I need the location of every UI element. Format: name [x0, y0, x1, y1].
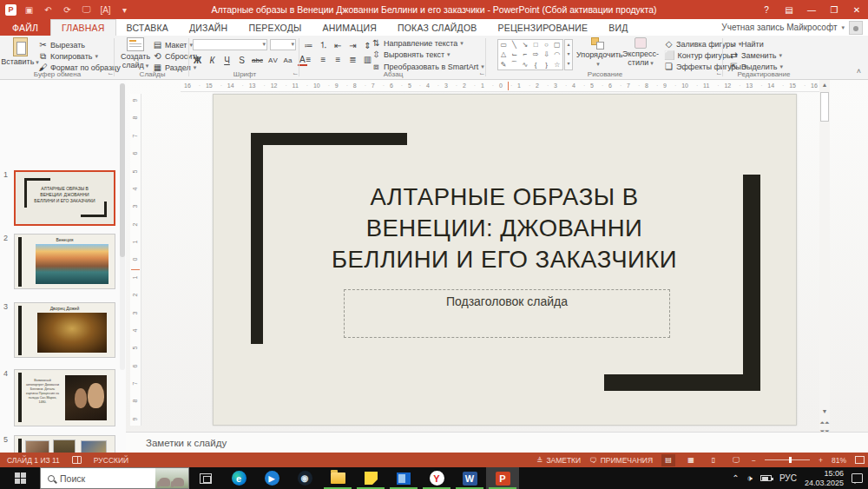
vertical-scrollbar[interactable]: ▲ ▼ ⏶⏶ ⏷⏷ [819, 80, 830, 432]
text-shadow-button[interactable]: S [237, 56, 247, 65]
ribbon-tab-дизайн[interactable]: ДИЗАЙН [179, 19, 238, 36]
task-view-button[interactable] [189, 467, 222, 489]
shapes-gallery[interactable]: ▭╲↘□○▢△⌙⌐⇨⇩◠✎⌒∿{}☆ [497, 39, 563, 70]
sticky-notes-taskbar-button[interactable] [354, 467, 387, 489]
shape-glyph[interactable]: ↘ [520, 40, 530, 50]
replace-button[interactable]: ⇄Заменить▾ [729, 50, 782, 60]
zoom-slider-thumb[interactable] [789, 457, 792, 463]
reading-view-button[interactable]: ▯ [707, 454, 720, 466]
horizontal-ruler[interactable]: 1615141312111098765432101234567891011121… [181, 80, 829, 92]
shape-glyph[interactable]: □ [530, 40, 541, 50]
ribbon-tab-file[interactable]: ФАЙЛ [0, 19, 50, 36]
normal-view-button[interactable]: ▤ [661, 454, 675, 466]
slide-canvas[interactable]: АЛТАРНЫЕ ОБРАЗЫ В ВЕНЕЦИИ: ДЖОВАННИ БЕЛЛ… [213, 94, 797, 426]
ribbon-tab-вставка[interactable]: ВСТАВКА [116, 19, 179, 36]
italic-button[interactable]: К [207, 56, 217, 65]
scrollbar-thumb[interactable] [820, 92, 829, 122]
font-size-combo[interactable]: ▾ [270, 39, 296, 50]
shape-glyph[interactable]: ⌐ [520, 50, 530, 59]
subtitle-placeholder[interactable]: Подзаголовок слайда [344, 289, 670, 338]
thumbnails-scrollbar[interactable] [120, 83, 125, 370]
search-highlight-image[interactable] [155, 468, 188, 488]
language-indicator[interactable]: РУССКИЙ [94, 456, 128, 465]
bold-button[interactable]: Ж [193, 56, 202, 65]
shape-glyph[interactable]: ☆ [552, 60, 562, 69]
shape-glyph[interactable]: ∿ [520, 60, 530, 69]
powerpoint-app-icon[interactable]: P [5, 4, 16, 16]
drawing-dialog-launcher[interactable]: ⌙ [716, 70, 721, 77]
media-app-taskbar-button[interactable]: ▶ [255, 467, 288, 489]
ribbon-tab-показ-слайдов[interactable]: ПОКАЗ СЛАЙДОВ [387, 19, 488, 36]
layout-button[interactable]: ▤Макет▾ [153, 40, 193, 50]
find-button[interactable]: ⌕Найти [729, 39, 764, 50]
align-center-icon[interactable]: ≡ [319, 55, 328, 64]
align-text-button[interactable]: ⇳Выровнять текст▾ [372, 50, 450, 59]
steam-taskbar-button[interactable]: ◉ [288, 467, 321, 489]
clipboard-dialog-launcher[interactable]: ⌙ [108, 70, 113, 77]
clock[interactable]: 15:06 24.03.2025 [805, 469, 844, 488]
collapse-ribbon-button[interactable]: ˄ [857, 67, 861, 76]
decrease-indent-icon[interactable]: ⇤ [333, 41, 343, 50]
shape-glyph[interactable]: ⇨ [530, 50, 541, 59]
notes-toggle-button[interactable]: ≜ЗАМЕТКИ [536, 456, 581, 465]
font-dialog-launcher[interactable]: ⌙ [293, 70, 298, 77]
file-explorer-taskbar-button[interactable] [321, 467, 354, 489]
redo-icon[interactable]: ⟳ [61, 3, 74, 17]
shapes-gallery-scrollbar[interactable]: ▴▾▾ [564, 39, 573, 70]
photos-taskbar-button[interactable] [387, 467, 420, 489]
copy-button[interactable]: ⧉Копировать▾ [38, 51, 98, 62]
vertical-ruler[interactable]: 9876543210123456789 [130, 94, 141, 426]
change-case-button[interactable]: Аа [283, 56, 293, 64]
font-name-combo[interactable]: ▾ [193, 39, 267, 50]
notes-pane[interactable]: Заметки к слайду [126, 432, 868, 453]
shape-glyph[interactable]: ▭ [498, 40, 509, 50]
ribbon-display-options-button[interactable]: ▤ [778, 0, 800, 19]
shape-glyph[interactable]: ⌒ [509, 60, 519, 69]
word-taskbar-button[interactable]: W [453, 467, 486, 489]
slide-sorter-view-button[interactable]: ▦ [684, 454, 698, 466]
shape-glyph[interactable]: ○ [541, 40, 551, 50]
volume-icon[interactable]: 🕩 [747, 473, 753, 484]
zoom-in-button[interactable]: + [819, 456, 823, 465]
scroll-down-icon[interactable]: ▼ [819, 406, 830, 417]
zoom-slider[interactable] [765, 459, 810, 460]
comments-toggle-button[interactable]: 🗨ПРИМЕЧАНИЯ [589, 456, 653, 465]
quick-styles-button[interactable]: Экспресс-стили ▾ [620, 37, 661, 68]
shape-glyph[interactable]: ⇩ [541, 50, 551, 59]
arrange-button[interactable]: Упорядочить ▾ [576, 37, 620, 69]
justify-icon[interactable]: ≣ [348, 55, 358, 64]
battery-icon[interactable] [760, 475, 772, 481]
bullets-icon[interactable]: ≔ [304, 41, 313, 50]
customize-qat-icon[interactable]: ▾ [118, 3, 131, 17]
slide-title[interactable]: АЛТАРНЫЕ ОБРАЗЫ В ВЕНЕЦИИ: ДЖОВАННИ БЕЛЛ… [292, 182, 717, 275]
paste-button[interactable]: Вставить ▾ [0, 37, 40, 67]
increase-indent-icon[interactable]: ⇥ [348, 41, 358, 50]
restore-button[interactable]: ❐ [823, 0, 845, 19]
align-right-icon[interactable]: ≡ [333, 55, 343, 64]
align-left-icon[interactable]: ≡ [304, 55, 313, 64]
touch-mode-icon[interactable]: [A] [99, 3, 112, 17]
shape-glyph[interactable]: } [541, 60, 551, 69]
account-area[interactable]: Учетная запись Майкрософт ▾ [721, 19, 863, 36]
shape-glyph[interactable]: △ [498, 50, 509, 59]
underline-button[interactable]: Ч [222, 56, 232, 65]
shape-glyph[interactable]: ▢ [552, 40, 562, 50]
fit-slide-to-window-button[interactable] [855, 456, 865, 464]
start-button[interactable] [0, 467, 40, 489]
ribbon-tab-рецензирование[interactable]: РЕЦЕНЗИРОВАНИЕ [488, 19, 599, 36]
shape-glyph[interactable]: ╲ [509, 40, 519, 50]
zoom-out-button[interactable]: − [752, 456, 756, 465]
undo-icon[interactable]: ↶ [42, 3, 55, 17]
cut-button[interactable]: ✂Вырезать [38, 40, 85, 50]
start-slideshow-icon[interactable]: 🖵 [80, 3, 93, 17]
text-direction-button[interactable]: ⇅Направление текста▾ [372, 38, 464, 48]
ribbon-tab-вид[interactable]: ВИД [598, 19, 638, 36]
minimize-button[interactable]: — [800, 0, 823, 19]
shape-glyph[interactable]: ✎ [498, 60, 509, 69]
spellcheck-icon[interactable] [72, 456, 82, 464]
scroll-up-icon[interactable]: ▲ [819, 80, 830, 90]
powerpoint-taskbar-button[interactable]: P [486, 467, 519, 489]
zoom-level[interactable]: 81% [832, 456, 846, 465]
help-button[interactable]: ? [755, 0, 778, 19]
numbering-icon[interactable]: ⒈ [319, 39, 328, 51]
